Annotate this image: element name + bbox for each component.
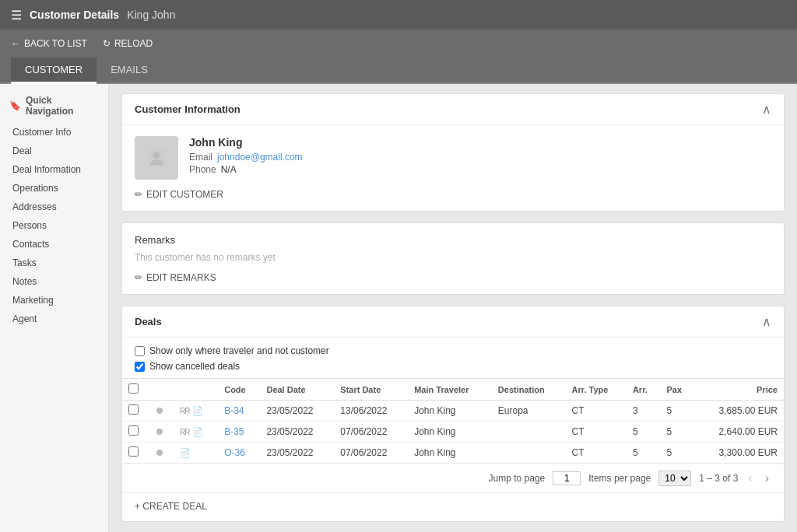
row-icons: 📄: [174, 443, 218, 464]
col-pax: Pax: [661, 379, 695, 401]
sidebar-item-persons[interactable]: Persons: [0, 216, 108, 235]
collapse-customer-info-button[interactable]: ∧: [762, 102, 771, 117]
row-deal-date: 23/05/2022: [260, 422, 334, 443]
row-deal-date: 23/05/2022: [260, 443, 334, 464]
page-input[interactable]: [553, 471, 581, 485]
sidebar-item-contacts[interactable]: Contacts: [0, 235, 108, 254]
show-traveler-checkbox[interactable]: [135, 346, 145, 356]
rr-icon: RR: [180, 428, 189, 436]
reload-button[interactable]: ↻ RELOAD: [103, 38, 153, 49]
select-all-checkbox[interactable]: [128, 383, 139, 394]
sidebar-item-deal[interactable]: Deal: [0, 142, 108, 160]
table-row: RR 📄 B-35 23/05/2022 07/06/2022 John Kin…: [122, 422, 784, 443]
edit-pencil-icon: ✏: [135, 189, 142, 200]
row-dot: [150, 443, 174, 464]
sidebar-header: 🔖 Quick Navigation: [0, 92, 108, 123]
customer-info-card-header: Customer Information ∧: [122, 94, 784, 125]
show-cancelled-checkbox-row[interactable]: Show cancelled deals: [135, 361, 771, 372]
customer-name: John King: [189, 136, 303, 149]
row-price: 3,685.00 EUR: [695, 401, 784, 422]
deals-card-header: Deals ∧: [122, 306, 784, 338]
page-subtitle: King John: [127, 9, 175, 21]
row-icons: RR 📄: [174, 401, 218, 422]
table-row: 📄 O-36 23/05/2022 07/06/2022 John King C…: [122, 443, 784, 464]
col-code: Code: [218, 379, 260, 401]
customer-info-body: John King Email johndoe@gmail.com Phone …: [122, 125, 784, 211]
layout: 🔖 Quick Navigation Customer Info Deal De…: [0, 84, 797, 532]
edit-customer-button[interactable]: ✏ EDIT CUSTOMER: [135, 189, 223, 200]
create-deal-row: + CREATE DEAL: [122, 492, 784, 521]
row-arr: 5: [627, 422, 661, 443]
tab-emails[interactable]: EMAILS: [97, 58, 162, 84]
back-to-list-button[interactable]: ← BACK TO LIST: [11, 38, 87, 49]
sidebar-item-addresses[interactable]: Addresses: [0, 198, 108, 216]
row-checkbox[interactable]: [122, 401, 150, 422]
sidebar-item-customer-info[interactable]: Customer Info: [0, 123, 108, 142]
sidebar-item-operations[interactable]: Operations: [0, 179, 108, 198]
deals-card: Deals ∧ Show only where traveler and not…: [121, 306, 785, 522]
show-traveler-checkbox-row[interactable]: Show only where traveler and not custome…: [135, 345, 771, 356]
phone-value: N/A: [221, 164, 237, 175]
create-deal-button[interactable]: + CREATE DEAL: [135, 501, 207, 512]
remarks-card: Remarks This customer has no remarks yet…: [121, 222, 785, 295]
deals-table-header: Code Deal Date Start Date Main Traveler …: [122, 379, 784, 401]
row-start-date: 07/06/2022: [334, 422, 408, 443]
sidebar-item-deal-information[interactable]: Deal Information: [0, 160, 108, 179]
remarks-title: Remarks: [135, 234, 771, 246]
row-checkbox[interactable]: [122, 443, 150, 464]
items-per-page-select[interactable]: 10 25 50: [658, 471, 691, 486]
next-page-button[interactable]: ›: [763, 471, 771, 485]
table-row: RR 📄 B-34 23/05/2022 13/06/2022 John Kin…: [122, 401, 784, 422]
tab-customer[interactable]: CUSTOMER: [11, 58, 97, 84]
row-destination: [492, 422, 566, 443]
sidebar-item-marketing[interactable]: Marketing: [0, 291, 108, 310]
phone-label: Phone: [189, 164, 216, 175]
hamburger-icon[interactable]: ☰: [11, 8, 22, 23]
action-bar: ← BACK TO LIST ↻ RELOAD: [0, 30, 797, 58]
row-deal-date: 23/05/2022: [260, 401, 334, 422]
tab-bar: CUSTOMER EMAILS: [0, 58, 797, 84]
sidebar-item-agent[interactable]: Agent: [0, 310, 108, 328]
items-per-page-label: Items per page: [588, 473, 651, 484]
sidebar-item-tasks[interactable]: Tasks: [0, 254, 108, 272]
show-cancelled-checkbox[interactable]: [135, 362, 145, 372]
collapse-deals-button[interactable]: ∧: [762, 314, 771, 329]
sidebar-item-notes[interactable]: Notes: [0, 272, 108, 291]
row-icons: RR 📄: [174, 422, 218, 443]
row-traveler: John King: [408, 422, 492, 443]
row-arr: 5: [627, 443, 661, 464]
deals-table: Code Deal Date Start Date Main Traveler …: [122, 378, 784, 464]
col-destination: Destination: [492, 379, 566, 401]
edit-remarks-button[interactable]: ✏ EDIT REMARKS: [135, 272, 216, 283]
pagination: Jump to page Items per page 10 25 50 1 –…: [122, 464, 784, 492]
edit-remarks-icon: ✏: [135, 272, 142, 283]
reload-icon: ↻: [103, 38, 111, 49]
col-arr: Arr.: [627, 379, 661, 401]
row-arr-type: CT: [566, 443, 627, 464]
email-label: Email: [189, 152, 212, 163]
doc-icon: 📄: [180, 448, 191, 457]
email-value[interactable]: johndoe@gmail.com: [217, 152, 303, 163]
row-dot: [150, 401, 174, 422]
row-code[interactable]: O-36: [218, 443, 260, 464]
col-main-traveler: Main Traveler: [408, 379, 492, 401]
row-code[interactable]: B-35: [218, 422, 260, 443]
pagination-range: 1 – 3 of 3: [699, 473, 738, 484]
col-start-date: Start Date: [334, 379, 408, 401]
row-arr-type: CT: [566, 422, 627, 443]
row-pax: 5: [661, 401, 695, 422]
row-price: 3,300.00 EUR: [695, 443, 784, 464]
doc-icon: 📄: [192, 427, 203, 436]
row-destination: [492, 443, 566, 464]
prev-page-button[interactable]: ‹: [746, 471, 754, 485]
col-arr-type: Arr. Type: [566, 379, 627, 401]
remarks-body: Remarks This customer has no remarks yet…: [122, 223, 784, 294]
sidebar: 🔖 Quick Navigation Customer Info Deal De…: [0, 84, 109, 532]
col-checkbox: [122, 379, 150, 401]
row-code[interactable]: B-34: [218, 401, 260, 422]
row-price: 2,640.00 EUR: [695, 422, 784, 443]
rr-icon: RR: [180, 407, 189, 415]
row-destination: Europa: [492, 401, 566, 422]
row-checkbox[interactable]: [122, 422, 150, 443]
row-traveler: John King: [408, 401, 492, 422]
